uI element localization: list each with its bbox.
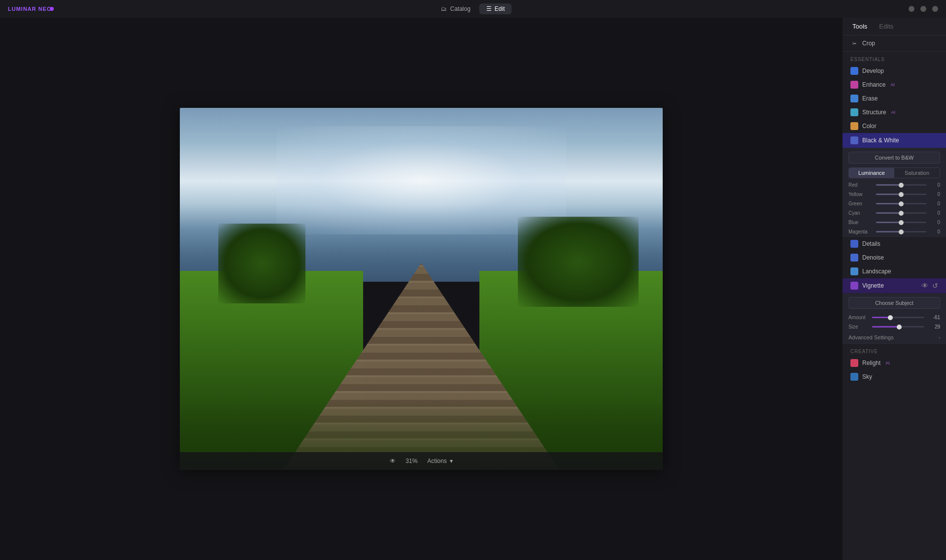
yellow-slider-row: Yellow 0	[843, 190, 946, 199]
cyan-thumb[interactable]	[899, 211, 904, 216]
enhance-row[interactable]: Enhance AI	[843, 78, 946, 92]
sky-icon	[850, 373, 858, 381]
blue-label: Blue	[848, 220, 872, 225]
yellow-track[interactable]	[876, 194, 926, 195]
enhance-badge: AI	[890, 82, 895, 87]
title-bar-center: 🗂 Catalog ☰ Edit	[434, 3, 511, 14]
size-thumb[interactable]	[897, 325, 902, 329]
photo-container: 👁 31% Actions ▾	[180, 108, 663, 470]
notification-dot	[50, 7, 54, 11]
size-label: Size	[848, 324, 868, 329]
relight-row[interactable]: Relight AI	[843, 356, 946, 370]
red-track[interactable]	[876, 184, 926, 186]
catalog-tab[interactable]: 🗂 Catalog	[434, 3, 477, 14]
edits-tab[interactable]: Edits	[877, 22, 895, 31]
blue-track[interactable]	[876, 222, 926, 223]
zoom-item: 31%	[405, 458, 417, 464]
crop-icon: ✂	[850, 39, 858, 47]
amount-track[interactable]	[872, 317, 924, 318]
yellow-label: Yellow	[848, 192, 872, 197]
lum-sat-tabs: Luminance Saturation	[848, 167, 940, 178]
size-fill	[872, 326, 899, 328]
title-bar: LUMINAR NEO 🗂 Catalog ☰ Edit	[0, 0, 946, 18]
close-button[interactable]	[932, 6, 938, 12]
bw-header[interactable]: Black & White	[843, 133, 946, 148]
catalog-icon: 🗂	[441, 5, 447, 12]
convert-bw-button[interactable]: Convert to B&W	[848, 152, 940, 164]
yellow-thumb[interactable]	[899, 192, 904, 197]
green-label: Green	[848, 201, 872, 206]
photo-bottom-bar: 👁 31% Actions ▾	[180, 452, 663, 470]
bw-icon	[850, 136, 858, 144]
cyan-fill	[876, 212, 901, 214]
right-panel: Tools Edits ✂ Crop Essentials Develop En…	[843, 18, 946, 560]
relight-icon	[850, 359, 858, 367]
vignette-header-actions: 👁 ↺	[921, 282, 938, 290]
chevron-down-icon: ›	[939, 335, 940, 340]
bw-label: Black & White	[862, 137, 899, 144]
size-track[interactable]	[872, 326, 924, 328]
essentials-label: Essentials	[843, 52, 946, 64]
color-row[interactable]: Color	[843, 119, 946, 133]
vignette-header[interactable]: Vignette 👁 ↺	[843, 278, 946, 293]
edit-icon: ☰	[486, 5, 492, 12]
visibility-item[interactable]: 👁	[390, 458, 396, 464]
develop-label: Develop	[862, 67, 884, 74]
tools-tab[interactable]: Tools	[850, 22, 869, 31]
landscape-row[interactable]: Landscape	[843, 264, 946, 278]
actions-dropdown-icon: ▾	[450, 458, 453, 464]
red-thumb[interactable]	[899, 183, 904, 188]
magenta-thumb[interactable]	[899, 230, 904, 234]
denoise-row[interactable]: Denoise	[843, 251, 946, 264]
enhance-label: Enhance	[862, 81, 885, 88]
green-track[interactable]	[876, 203, 926, 204]
amount-value: -61	[928, 315, 940, 320]
details-label: Details	[862, 240, 880, 247]
structure-badge: AI	[891, 110, 896, 115]
details-row[interactable]: Details	[843, 237, 946, 251]
actions-item[interactable]: Actions ▾	[427, 458, 452, 464]
amount-label: Amount	[848, 315, 868, 320]
panel-tabs: Tools Edits	[843, 18, 946, 35]
main-content: 👁 31% Actions ▾ Tools Edits ✂ Crop	[0, 18, 946, 560]
bw-section: Black & White Convert to B&W Luminance S…	[843, 133, 946, 237]
develop-icon	[850, 67, 858, 75]
landscape-icon	[850, 267, 858, 275]
green-fill	[876, 203, 901, 204]
cyan-label: Cyan	[848, 210, 872, 216]
size-row: Size 29	[843, 322, 946, 331]
edit-tab[interactable]: ☰ Edit	[479, 3, 512, 14]
luminance-tab[interactable]: Luminance	[849, 168, 894, 178]
landscape-label: Landscape	[862, 268, 891, 275]
develop-row[interactable]: Develop	[843, 64, 946, 78]
reset-icon[interactable]: ↺	[932, 282, 938, 290]
vignette-icon	[850, 282, 858, 290]
saturation-tab[interactable]: Saturation	[894, 168, 940, 178]
structure-row[interactable]: Structure AI	[843, 105, 946, 119]
maximize-button[interactable]	[920, 6, 926, 12]
blue-fill	[876, 222, 901, 223]
visibility-toggle-icon[interactable]: 👁	[921, 282, 928, 290]
relight-badge: AI	[885, 361, 890, 365]
choose-subject-button[interactable]: Choose Subject	[848, 297, 940, 309]
blue-thumb[interactable]	[899, 220, 904, 225]
red-slider-row: Red 0	[843, 180, 946, 190]
catalog-label: Catalog	[450, 5, 470, 12]
green-thumb[interactable]	[899, 201, 904, 206]
magenta-track[interactable]	[876, 231, 926, 232]
cyan-track[interactable]	[876, 212, 926, 214]
crop-row[interactable]: ✂ Crop	[843, 35, 946, 52]
erase-icon	[850, 95, 858, 102]
advanced-settings-row[interactable]: Advanced Settings ›	[843, 331, 946, 343]
yellow-value: 0	[930, 192, 940, 197]
erase-label: Erase	[862, 95, 878, 102]
minimize-button[interactable]	[909, 6, 914, 12]
color-label: Color	[862, 123, 877, 130]
magenta-fill	[876, 231, 901, 232]
denoise-label: Denoise	[862, 254, 884, 261]
amount-row: Amount -61	[843, 313, 946, 322]
sky-row[interactable]: Sky	[843, 370, 946, 384]
actions-label: Actions	[427, 458, 446, 464]
amount-thumb[interactable]	[888, 315, 893, 320]
erase-row[interactable]: Erase	[843, 92, 946, 105]
